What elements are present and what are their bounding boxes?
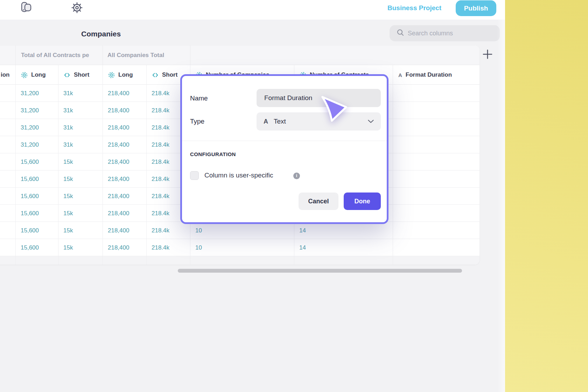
column-header-col0: ion xyxy=(1,65,10,85)
group-header-contracts: Total of All Contracts pe xyxy=(21,46,103,65)
name-input-value: Format Duration xyxy=(264,94,312,102)
cell-long2[interactable]: 218,400 xyxy=(108,205,129,222)
cell-long2[interactable]: 218,400 xyxy=(108,85,129,102)
cancel-button[interactable]: Cancel xyxy=(299,192,338,210)
column-divider xyxy=(146,65,147,265)
cell-short1[interactable]: 15k xyxy=(63,170,73,188)
cell-long1[interactable]: 31,200 xyxy=(21,119,39,136)
add-column-button[interactable] xyxy=(482,49,493,61)
column-header-long2[interactable]: Long xyxy=(108,65,133,85)
cell-short1[interactable]: 31k xyxy=(63,136,73,153)
cell-short2[interactable]: 218.4k xyxy=(152,119,169,136)
cell-short1[interactable]: 15k xyxy=(63,153,73,170)
chevron-down-icon xyxy=(368,120,374,123)
pointer-cursor xyxy=(317,92,352,126)
type-field-label: Type xyxy=(190,118,204,125)
group-divider xyxy=(15,46,16,65)
column-header-label: Long xyxy=(118,71,133,78)
cell-long1[interactable]: 15,600 xyxy=(21,188,39,205)
text-type-icon: A xyxy=(264,118,268,125)
cell-long1[interactable]: 15,600 xyxy=(21,222,39,239)
configuration-heading: CONFIGURATION xyxy=(190,150,236,158)
horizontal-scrollbar[interactable] xyxy=(178,269,462,273)
column-header-short1[interactable]: Short xyxy=(64,65,89,85)
group-divider xyxy=(103,46,103,65)
code-icon xyxy=(152,72,159,78)
user-specific-label: Column is user-specific xyxy=(204,172,273,179)
column-header-format_duration[interactable]: AFormat Duration xyxy=(398,65,452,85)
cell-short1[interactable]: 15k xyxy=(63,205,73,222)
cell-short2[interactable]: 218.4k xyxy=(152,153,169,170)
group-header-companies-total: All Companies Total xyxy=(107,46,190,65)
cell-short1[interactable]: 15k xyxy=(63,239,73,256)
group-divider xyxy=(190,46,190,65)
cell-long2[interactable]: 218,400 xyxy=(108,222,129,239)
cell-num_contracts[interactable]: 14 xyxy=(299,239,306,256)
column-header-label: Format Duration xyxy=(406,71,452,78)
column-divider xyxy=(103,65,103,265)
cell-short2[interactable]: 218.4k xyxy=(152,102,169,119)
column-settings-dialog: Name Format Duration Type A Text CONFIGU… xyxy=(180,74,388,224)
cell-long2[interactable]: 218,400 xyxy=(108,188,129,205)
publish-button[interactable]: Publish xyxy=(456,0,496,16)
cell-num_companies[interactable]: 10 xyxy=(195,239,202,256)
user-specific-checkbox[interactable] xyxy=(190,171,199,180)
cell-long1[interactable]: 15,600 xyxy=(21,239,39,256)
page-title: Companies xyxy=(81,30,121,38)
cell-num_contracts[interactable]: 14 xyxy=(299,222,306,239)
cell-num_companies[interactable]: 10 xyxy=(195,222,202,239)
cell-short1[interactable]: 31k xyxy=(63,85,73,102)
column-header-label: Long xyxy=(31,71,46,78)
cell-long2[interactable]: 218,400 xyxy=(108,136,129,153)
cell-long1[interactable]: 15,600 xyxy=(21,153,39,170)
cell-long1[interactable]: 31,200 xyxy=(21,85,39,102)
done-button[interactable]: Done xyxy=(344,192,381,210)
cell-short2[interactable]: 218.4k xyxy=(152,136,169,153)
cell-short1[interactable]: 15k xyxy=(63,222,73,239)
cell-short2[interactable]: 218.4k xyxy=(152,85,169,102)
cell-long2[interactable]: 218,400 xyxy=(108,102,129,119)
gear-icon[interactable] xyxy=(70,1,84,14)
search-columns-box[interactable] xyxy=(390,25,500,41)
plus-icon xyxy=(482,49,493,61)
column-divider xyxy=(393,65,393,265)
cell-short1[interactable]: 31k xyxy=(63,102,73,119)
target-icon xyxy=(108,72,115,78)
text-type-icon: A xyxy=(398,72,402,78)
panels-icon[interactable] xyxy=(19,1,33,14)
cell-long2[interactable]: 218,400 xyxy=(108,239,129,256)
cell-long1[interactable]: 15,600 xyxy=(21,170,39,188)
cell-long1[interactable]: 31,200 xyxy=(21,136,39,153)
cell-short2[interactable]: 218.4k xyxy=(152,205,169,222)
cell-short2[interactable]: 218.4k xyxy=(152,170,169,188)
info-icon[interactable]: i xyxy=(293,173,300,179)
column-header-long1[interactable]: Long xyxy=(21,65,46,85)
column-header-label: Short xyxy=(162,71,177,78)
cell-short1[interactable]: 31k xyxy=(63,119,73,136)
cell-long2[interactable]: 218,400 xyxy=(108,153,129,170)
search-icon xyxy=(397,29,404,38)
cell-long1[interactable]: 15,600 xyxy=(21,205,39,222)
cell-short1[interactable]: 15k xyxy=(63,188,73,205)
column-header-short2[interactable]: Short xyxy=(152,65,177,85)
target-icon xyxy=(21,72,28,78)
column-divider xyxy=(58,65,58,265)
business-project-link[interactable]: Business Project xyxy=(387,0,441,16)
search-input[interactable] xyxy=(408,30,492,37)
code-icon xyxy=(64,72,70,78)
app-window: Business Project Publish Companies Total… xyxy=(0,0,505,392)
window-edge-sheen xyxy=(497,0,505,392)
cell-long1[interactable]: 31,200 xyxy=(21,102,39,119)
cell-short2[interactable]: 218.4k xyxy=(152,188,169,205)
cell-short2[interactable]: 218.4k xyxy=(152,222,169,239)
new-row-strip[interactable] xyxy=(0,256,479,265)
name-field-label: Name xyxy=(190,94,208,102)
top-bar: Business Project Publish xyxy=(0,0,505,20)
column-header-label: ion xyxy=(1,71,10,78)
cell-long2[interactable]: 218,400 xyxy=(108,119,129,136)
cell-short2[interactable]: 218.4k xyxy=(152,239,169,256)
column-divider xyxy=(15,65,16,265)
cell-long2[interactable]: 218,400 xyxy=(108,170,129,188)
type-select-value: Text xyxy=(274,118,286,125)
column-header-label: Short xyxy=(74,71,89,78)
